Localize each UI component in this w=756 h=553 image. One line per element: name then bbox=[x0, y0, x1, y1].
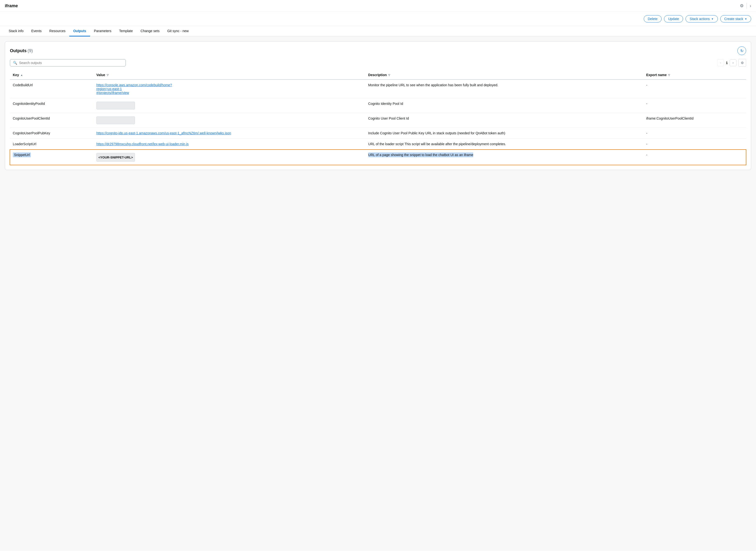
cell-export-name: iframe:CognitoUserPoolClientId bbox=[643, 113, 746, 128]
tab-template[interactable]: Template bbox=[115, 26, 137, 36]
cell-value: <YOUR-SNIPPET-URL> bbox=[93, 150, 365, 165]
top-bar-actions: ⚙ › bbox=[740, 3, 751, 9]
cell-key: CognitoUserPoolClientId bbox=[10, 113, 93, 128]
divider bbox=[747, 3, 747, 9]
table-row: LoaderScriptUrlhttps://dr29798mxcuhg.clo… bbox=[10, 139, 746, 150]
next-page-button[interactable]: › bbox=[730, 60, 737, 66]
main-content: Outputs (9) ↻ 🔍 ‹ 1 › ⚙ bbox=[0, 36, 756, 551]
cell-description: Monitor the pipeline URL to see when the… bbox=[365, 79, 643, 98]
gear-icon[interactable]: ⚙ bbox=[740, 3, 744, 8]
cell-export-name: - bbox=[643, 79, 746, 98]
tab-events[interactable]: Events bbox=[27, 26, 45, 36]
outputs-count: (9) bbox=[27, 48, 33, 53]
cell-description: Cognito User Pool Client Id bbox=[365, 113, 643, 128]
tab-resources[interactable]: Resources bbox=[45, 26, 69, 36]
action-row: Delete Update Stack actions ▼ Create sta… bbox=[0, 12, 756, 26]
cell-value[interactable]: https://dr29798mxcuhg.cloudfront.net/lex… bbox=[93, 139, 365, 150]
top-bar: iframe ⚙ › bbox=[0, 0, 756, 12]
chevron-down-icon: ▼ bbox=[711, 18, 714, 20]
cell-description: URL of a page showing the snippet to loa… bbox=[365, 150, 643, 165]
nav-tabs: Stack info Events Resources Outputs Para… bbox=[0, 26, 756, 36]
cell-value[interactable]: https://console.aws.amazon.com/codebuild… bbox=[93, 79, 365, 98]
outputs-title: Outputs bbox=[10, 48, 26, 53]
sort-asc-icon[interactable]: ▲ bbox=[20, 74, 23, 76]
search-input[interactable] bbox=[19, 61, 123, 65]
tab-stack-info[interactable]: Stack info bbox=[5, 26, 27, 36]
search-row: 🔍 ‹ 1 › ⚙ bbox=[10, 59, 746, 67]
sort-desc-icon[interactable]: ▽ bbox=[388, 74, 390, 76]
cell-export-name: - bbox=[643, 128, 746, 139]
delete-button[interactable]: Delete bbox=[644, 15, 662, 22]
cell-key: CognitoIdentityPoolId bbox=[10, 98, 93, 113]
snippet-url-box: <YOUR-SNIPPET-URL> bbox=[96, 153, 135, 162]
col-key: Key ▲ bbox=[10, 71, 93, 79]
table-row: SnippetUrl<YOUR-SNIPPET-URL>URL of a pag… bbox=[10, 150, 746, 165]
outputs-table: Key ▲ Value ▽ Description ▽ bbox=[10, 71, 746, 165]
cell-description: Include Cognito User Pool Public Key URL… bbox=[365, 128, 643, 139]
table-row: CodeBuildUrlhttps://console.aws.amazon.c… bbox=[10, 79, 746, 98]
col-value: Value ▽ bbox=[93, 71, 365, 79]
refresh-button[interactable]: ↻ bbox=[737, 47, 746, 55]
cell-export-name: - bbox=[643, 98, 746, 113]
cell-key: SnippetUrl bbox=[10, 150, 93, 165]
cell-description: URL of the loader script This script wil… bbox=[365, 139, 643, 150]
table-row: CognitoIdentityPoolIdCognito Identity Po… bbox=[10, 98, 746, 113]
col-description: Description ▽ bbox=[365, 71, 643, 79]
tab-outputs[interactable]: Outputs bbox=[69, 26, 90, 36]
tab-change-sets[interactable]: Change sets bbox=[137, 26, 164, 36]
pagination-row: ‹ 1 › ⚙ bbox=[717, 59, 746, 67]
table-settings-button[interactable]: ⚙ bbox=[738, 59, 746, 67]
cell-export-name: - bbox=[643, 139, 746, 150]
chevron-right-icon[interactable]: › bbox=[750, 3, 751, 8]
search-icon: 🔍 bbox=[13, 61, 17, 65]
chevron-down-icon: ▼ bbox=[745, 18, 747, 20]
cell-export-name: - bbox=[643, 150, 746, 165]
create-stack-button[interactable]: Create stack ▼ bbox=[720, 15, 751, 22]
cell-value[interactable]: https://cognito-idp.us-east-1.amazonaws.… bbox=[93, 128, 365, 139]
cell-description: Cognito Identity Pool Id bbox=[365, 98, 643, 113]
sort-desc-icon[interactable]: ▽ bbox=[668, 74, 670, 76]
table-header-row: Key ▲ Value ▽ Description ▽ bbox=[10, 71, 746, 79]
tab-git-sync[interactable]: Git sync - new bbox=[164, 26, 193, 36]
sort-desc-icon[interactable]: ▽ bbox=[107, 74, 109, 76]
search-box: 🔍 bbox=[10, 59, 126, 66]
tab-parameters[interactable]: Parameters bbox=[90, 26, 115, 36]
col-export-name: Export name ▽ bbox=[643, 71, 746, 79]
page-number: 1 bbox=[726, 61, 728, 65]
prev-page-button[interactable]: ‹ bbox=[717, 60, 724, 66]
cell-value bbox=[93, 98, 365, 113]
cell-key: CodeBuildUrl bbox=[10, 79, 93, 98]
table-row: CognitoUserPoolPubKeyhttps://cognito-idp… bbox=[10, 128, 746, 139]
outputs-card: Outputs (9) ↻ 🔍 ‹ 1 › ⚙ bbox=[5, 41, 751, 170]
stack-actions-button[interactable]: Stack actions ▼ bbox=[685, 15, 718, 22]
cell-key: LoaderScriptUrl bbox=[10, 139, 93, 150]
update-button[interactable]: Update bbox=[664, 15, 683, 22]
cell-value bbox=[93, 113, 365, 128]
card-header: Outputs (9) ↻ bbox=[10, 47, 746, 55]
cell-key: CognitoUserPoolPubKey bbox=[10, 128, 93, 139]
card-title-area: Outputs (9) bbox=[10, 48, 33, 53]
table-row: CognitoUserPoolClientIdCognito User Pool… bbox=[10, 113, 746, 128]
page-title: iframe bbox=[5, 3, 18, 8]
